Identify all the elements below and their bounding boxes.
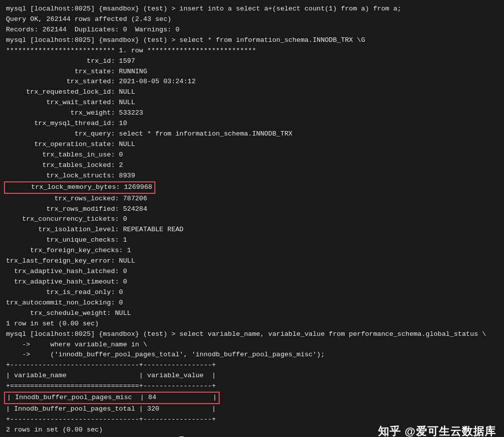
- line-l31: trx_schedule_weight: NULL: [6, 308, 498, 319]
- line-l40: | Innodb_buffer_pool_pages_misc | 84 |: [6, 392, 498, 404]
- line-l17: trx_tables_locked: 2: [6, 160, 498, 171]
- line-l25: trx_foreign_key_checks: 1: [6, 246, 498, 256]
- line-l26: trx_last_foreign_key_error: NULL: [6, 256, 498, 267]
- line-l7: trx_id: 1597: [6, 56, 498, 67]
- line-l34: mysql [localhost:8025] {msandbox} (test)…: [6, 329, 498, 340]
- line-l3: Records: 262144 Duplicates: 0 Warnings: …: [6, 25, 498, 35]
- line-l27: trx_adaptive_hash_latched: 0: [6, 267, 498, 277]
- line-l15: trx_operation_state: NULL: [6, 140, 498, 150]
- line-l41: | Innodb_buffer_pool_pages_total | 320 |: [6, 404, 498, 415]
- line-l13: trx_mysql_thread_id: 10: [6, 119, 498, 129]
- line-l28: trx_adaptive_hash_timeout: 0: [6, 277, 498, 288]
- line-l29: trx_is_read_only: 0: [6, 288, 498, 298]
- line-l36: -> ('innodb_buffer_pool_pages_total', 'i…: [6, 350, 498, 360]
- line-l19: trx_lock_memory_bytes: 1269968: [6, 181, 498, 194]
- line-l18: trx_lock_structs: 8939: [6, 171, 498, 181]
- line-l10: trx_requested_lock_id: NULL: [6, 87, 498, 98]
- line-l39: +================================+------…: [6, 381, 498, 392]
- line-l37: +--------------------------------+------…: [6, 360, 498, 371]
- line-l35: -> where variable_name in \: [6, 340, 498, 350]
- line-l22: trx_concurrency_tickets: 0: [6, 214, 498, 225]
- highlight-row-l19: trx_lock_memory_bytes: 1269968: [4, 181, 155, 194]
- line-l12: trx_weight: 533223: [6, 108, 498, 119]
- line-l9: trx_started: 2021-08-05 03:24:12: [6, 77, 498, 87]
- highlight-row-l40: | Innodb_buffer_pool_pages_misc | 84 |: [4, 392, 220, 404]
- line-l30: trx_autocommit_non_locking: 0: [6, 298, 498, 308]
- line-l32: 1 row in set (0.00 sec): [6, 319, 498, 329]
- line-l23: trx_isolation_level: REPEATABLE READ: [6, 225, 498, 235]
- line-l21: trx_rows_modified: 524284: [6, 204, 498, 215]
- line-l5: mysql [localhost:8025] {msandbox} (test)…: [6, 35, 498, 46]
- line-l11: trx_wait_started: NULL: [6, 98, 498, 108]
- watermark: 知乎 @爱可生云数据库: [378, 423, 496, 437]
- line-l2: Query OK, 262144 rows affected (2.43 sec…: [6, 14, 498, 25]
- line-l1: mysql [localhost:8025] {msandbox} (test)…: [6, 4, 498, 14]
- line-l8: trx_state: RUNNING: [6, 67, 498, 77]
- line-l6: *************************** 1. row *****…: [6, 46, 498, 56]
- line-l20: trx_rows_locked: 787206: [6, 194, 498, 204]
- terminal: mysql [localhost:8025] {msandbox} (test)…: [6, 4, 498, 437]
- line-l16: trx_tables_in_use: 0: [6, 150, 498, 160]
- line-l38: | variable_name | variable_value |: [6, 371, 498, 381]
- line-l14: trx_query: select * from information_sch…: [6, 129, 498, 140]
- line-l24: trx_unique_checks: 1: [6, 235, 498, 246]
